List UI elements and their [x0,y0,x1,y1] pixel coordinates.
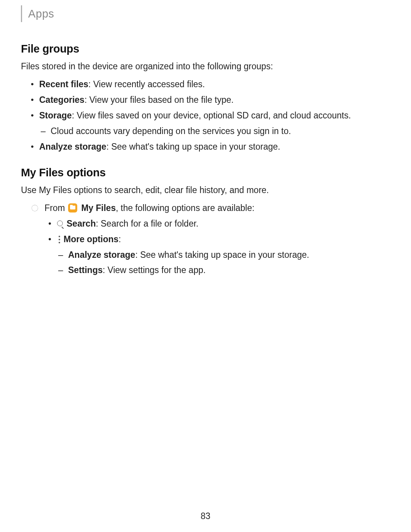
item-label: Storage [39,110,72,120]
my-files-from-list: From My Files, the following options are… [21,202,390,276]
file-groups-list: Recent files: View recently accessed fil… [21,78,390,153]
list-item: Recent files: View recently accessed fil… [39,78,390,90]
sub-list: Cloud accounts vary depending on the ser… [39,125,390,137]
more-options-sub-list: Analyze storage: See what's taking up sp… [57,249,390,276]
page-header: Apps [21,0,390,29]
sub-list-item: Cloud accounts vary depending on the ser… [51,125,390,137]
item-desc: : View files saved on your device, optio… [72,110,351,120]
from-suffix: , the following options are available: [116,203,254,213]
list-item: Categories: View your files based on the… [39,94,390,106]
header-accent-bar [21,5,22,22]
search-icon [57,220,64,228]
page-number: 83 [0,511,411,521]
option-item: More options: Analyze storage: See what'… [57,233,390,276]
from-list-item: From My Files, the following options are… [45,202,390,276]
item-label: Categories [39,95,84,105]
item-label: Analyze storage [39,142,106,152]
sub-option-label: Settings [68,265,103,275]
header-section-label: Apps [28,8,54,20]
option-label: Search [67,219,96,228]
list-item: Analyze storage: See what's taking up sp… [39,141,390,153]
sub-item-text: Cloud accounts vary depending on the ser… [51,126,291,136]
item-desc: : View recently accessed files. [88,79,205,89]
option-item: Search: Search for a file or folder. [57,218,390,230]
sub-option-desc: : View settings for the app. [103,265,206,275]
option-label: More options [64,234,118,244]
section-heading-my-files-options: My Files options [21,166,390,179]
list-item: Storage: View files saved on your device… [39,110,390,137]
item-desc: : View your files based on the file type… [84,95,234,105]
option-desc: : Search for a file or folder. [96,219,199,228]
my-files-options-intro: Use My Files options to search, edit, cl… [21,184,390,196]
item-desc: : See what's taking up space in your sto… [106,142,280,152]
section-heading-file-groups: File groups [21,43,390,55]
sub-option-item: Settings: View settings for the app. [68,264,390,276]
file-groups-intro: Files stored in the device are organized… [21,61,390,72]
more-options-icon [57,235,62,244]
from-app-name: My Files [81,203,116,213]
option-desc: : [118,234,121,244]
sub-option-desc: : See what's taking up space in your sto… [135,250,309,260]
sub-option-label: Analyze storage [68,250,135,260]
options-list: Search: Search for a file or folder. Mor… [45,218,390,276]
from-prefix: From [45,203,67,213]
item-label: Recent files [39,79,88,89]
sub-option-item: Analyze storage: See what's taking up sp… [68,249,390,261]
my-files-app-icon [68,203,77,212]
